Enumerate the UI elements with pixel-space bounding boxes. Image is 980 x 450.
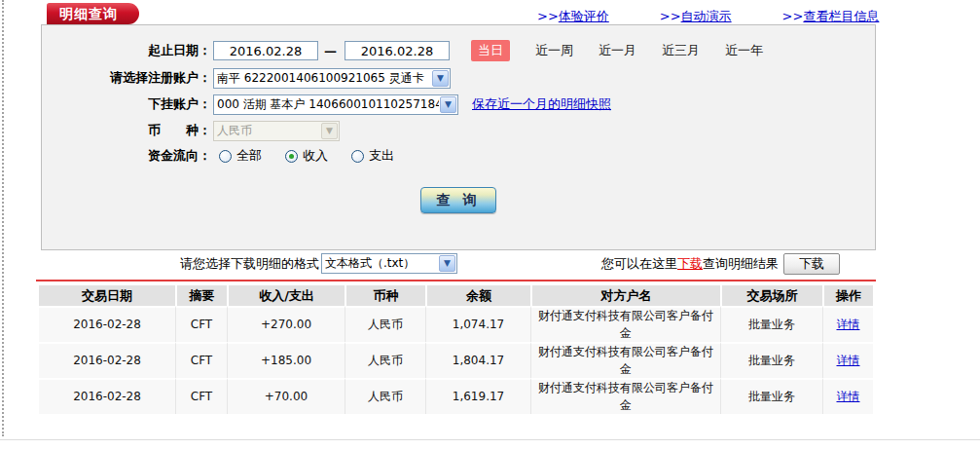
- query-form-panel: 起止日期： — 当日 近一周 近一月 近三月 近一年 请选择注册账户： 南平 6…: [41, 24, 876, 250]
- link-prefix: >>: [537, 9, 559, 23]
- radio-icon: [219, 150, 232, 163]
- cell-currency: 人民币: [345, 306, 425, 342]
- cell-amount: +70.00: [227, 378, 345, 414]
- tab-detail-query[interactable]: 明细查询: [47, 3, 139, 24]
- cell-venue: 批量业务: [720, 378, 822, 414]
- download-hint-after: 查询明细结果: [703, 255, 779, 273]
- cell-summary: CFT: [175, 342, 227, 378]
- radio-all[interactable]: 全部: [219, 147, 262, 165]
- col-summary: 摘要: [175, 285, 227, 306]
- cell-action: 详情: [822, 342, 873, 378]
- chevron-down-icon: ▼: [439, 255, 455, 272]
- cell-currency: 人民币: [345, 378, 425, 414]
- download-format-value: 文本格式（.txt）: [322, 255, 438, 272]
- top-links: >>体验评价 >>自动演示 >>查看栏目信息: [537, 8, 879, 25]
- cell-amount: +270.00: [227, 306, 345, 342]
- currency-select: 人民币 ▼: [213, 121, 340, 141]
- cell-summary: CFT: [175, 378, 227, 414]
- link-column-info[interactable]: >>查看栏目信息: [782, 8, 880, 25]
- cell-action: 详情: [822, 306, 873, 342]
- date-separator: —: [324, 44, 337, 58]
- transactions-table-wrap: 交易日期 摘要 收入/支出 币种 余额 对方户名 交易场所 操作 2016-02…: [39, 285, 873, 414]
- radio-income-label: 收入: [303, 147, 328, 165]
- link-experience-review[interactable]: >>体验评价: [537, 8, 609, 25]
- radio-expense-label: 支出: [369, 147, 394, 165]
- link-prefix: >>: [782, 9, 804, 23]
- sub-account-value: 000 活期 基本户 1406600101102571848: [214, 96, 439, 113]
- download-inline-link[interactable]: 下载: [677, 255, 703, 273]
- table-row: 2016-02-28 CFT +70.00 人民币 1,619.17 财付通支付…: [39, 378, 873, 414]
- chevron-down-icon: ▼: [321, 123, 338, 139]
- col-amount: 收入/支出: [227, 285, 345, 306]
- save-snapshot-link[interactable]: 保存近一个月的明细快照: [472, 95, 611, 113]
- currency-value: 人民币: [214, 123, 320, 139]
- link-label: 查看栏目信息: [803, 9, 879, 23]
- chevron-down-icon: ▼: [440, 96, 456, 113]
- date-range-row: 起止日期： — 当日 近一周 近一月 近三月 近一年: [42, 40, 875, 61]
- col-balance: 余额: [425, 285, 530, 306]
- col-currency: 币种: [345, 285, 425, 306]
- range-last-year[interactable]: 近一年: [725, 42, 763, 59]
- range-last-week[interactable]: 近一周: [535, 42, 573, 59]
- cell-counterparty: 财付通支付科技有限公司客户备付金: [530, 378, 720, 414]
- download-format-label: 请您选择下载明细的格式: [180, 255, 319, 273]
- range-last-three-months[interactable]: 近三月: [662, 42, 700, 59]
- download-format-group: 请您选择下载明细的格式 文本格式（.txt） ▼: [180, 253, 457, 274]
- register-account-row: 请选择注册账户： 南平 6222001406100921065 灵通卡 ▼: [42, 67, 875, 89]
- left-dotted-border: [2, 0, 4, 436]
- download-hint-before: 您可以在这里: [601, 255, 677, 273]
- cell-amount: +185.00: [227, 342, 345, 378]
- radio-income[interactable]: 收入: [285, 147, 328, 165]
- download-hint-group: 您可以在这里下载查询明细结果 下载: [601, 253, 840, 275]
- link-prefix: >>: [660, 9, 681, 23]
- date-range-label: 起止日期：: [42, 42, 211, 59]
- query-button[interactable]: 查 询: [420, 187, 496, 213]
- register-account-label: 请选择注册账户：: [42, 69, 211, 87]
- download-button[interactable]: 下载: [783, 253, 840, 275]
- col-trade-date: 交易日期: [39, 285, 175, 306]
- chevron-down-icon: ▼: [432, 70, 449, 87]
- cell-action: 详情: [822, 378, 873, 414]
- currency-label: 币 种：: [42, 122, 211, 139]
- link-label: 自动演示: [681, 9, 732, 23]
- date-from-input[interactable]: [213, 41, 318, 60]
- table-header-row: 交易日期 摘要 收入/支出 币种 余额 对方户名 交易场所 操作: [39, 285, 873, 306]
- col-action: 操作: [822, 285, 873, 306]
- transactions-table: 交易日期 摘要 收入/支出 币种 余额 对方户名 交易场所 操作 2016-02…: [39, 285, 873, 414]
- cell-summary: CFT: [175, 306, 227, 342]
- date-to-input[interactable]: [345, 41, 450, 60]
- cell-balance: 1,619.17: [425, 378, 530, 414]
- detail-link[interactable]: 详情: [837, 390, 860, 403]
- table-top-divider: [36, 280, 876, 281]
- table-row: 2016-02-28 CFT +185.00 人民币 1,804.17 财付通支…: [39, 342, 873, 378]
- cell-counterparty: 财付通支付科技有限公司客户备付金: [530, 342, 720, 378]
- cell-balance: 1,804.17: [425, 342, 530, 378]
- radio-checked-icon: [285, 150, 298, 163]
- link-label: 体验评价: [559, 9, 609, 23]
- cell-currency: 人民币: [345, 342, 425, 378]
- currency-row: 币 种： 人民币 ▼: [42, 120, 875, 141]
- download-row: 请您选择下载明细的格式 文本格式（.txt） ▼ 您可以在这里下载查询明细结果 …: [0, 253, 980, 277]
- detail-link[interactable]: 详情: [837, 318, 860, 331]
- sub-account-row: 下挂账户： 000 活期 基本户 1406600101102571848 ▼ 保…: [42, 94, 875, 115]
- cell-date: 2016-02-28: [39, 342, 175, 378]
- register-account-value: 南平 6222001406100921065 灵通卡: [214, 70, 431, 87]
- sub-account-label: 下挂账户：: [42, 95, 211, 113]
- cell-venue: 批量业务: [720, 306, 822, 342]
- fund-direction-label: 资金流向：: [42, 147, 211, 165]
- fund-direction-row: 资金流向： 全部 收入 支出: [42, 145, 875, 167]
- bottom-divider: [0, 439, 980, 440]
- table-row: 2016-02-28 CFT +270.00 人民币 1,074.17 财付通支…: [39, 306, 873, 342]
- range-today-badge[interactable]: 当日: [471, 40, 510, 61]
- register-account-select[interactable]: 南平 6222001406100921065 灵通卡 ▼: [213, 68, 451, 89]
- sub-account-select[interactable]: 000 活期 基本户 1406600101102571848 ▼: [213, 94, 458, 115]
- radio-all-label: 全部: [236, 147, 262, 165]
- download-format-select[interactable]: 文本格式（.txt） ▼: [321, 253, 457, 274]
- cell-balance: 1,074.17: [425, 306, 530, 342]
- range-last-month[interactable]: 近一月: [599, 42, 636, 59]
- radio-expense[interactable]: 支出: [351, 147, 394, 165]
- col-venue: 交易场所: [720, 285, 822, 306]
- col-counterparty: 对方户名: [530, 285, 720, 306]
- detail-link[interactable]: 详情: [837, 354, 860, 367]
- link-auto-demo[interactable]: >>自动演示: [660, 8, 732, 25]
